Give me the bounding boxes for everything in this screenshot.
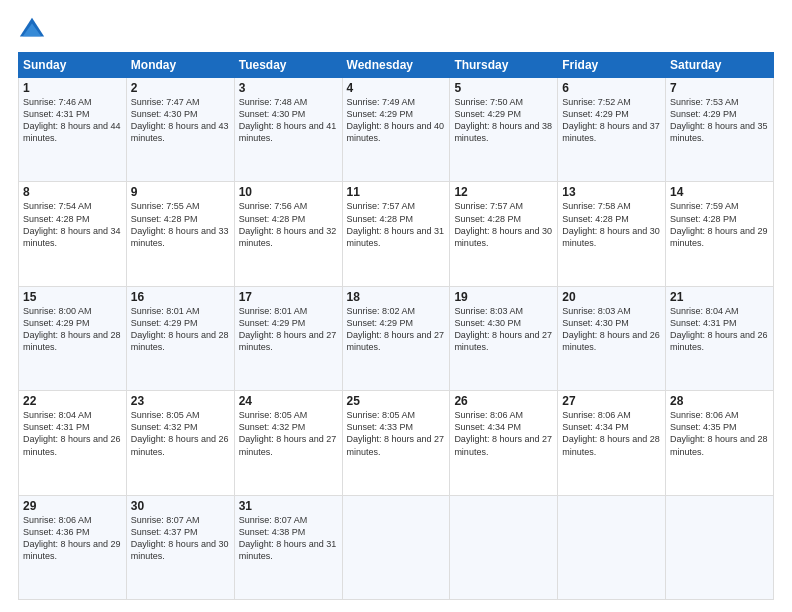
calendar-cell: 26Sunrise: 8:06 AMSunset: 4:34 PMDayligh… <box>450 391 558 495</box>
day-number: 2 <box>131 81 230 95</box>
day-info: Sunrise: 8:00 AMSunset: 4:29 PMDaylight:… <box>23 305 122 354</box>
day-number: 6 <box>562 81 661 95</box>
day-info: Sunrise: 8:03 AMSunset: 4:30 PMDaylight:… <box>454 305 553 354</box>
day-info: Sunrise: 7:48 AMSunset: 4:30 PMDaylight:… <box>239 96 338 145</box>
day-number: 27 <box>562 394 661 408</box>
calendar-cell: 19Sunrise: 8:03 AMSunset: 4:30 PMDayligh… <box>450 286 558 390</box>
calendar-cell: 9Sunrise: 7:55 AMSunset: 4:28 PMDaylight… <box>126 182 234 286</box>
day-info: Sunrise: 8:06 AMSunset: 4:36 PMDaylight:… <box>23 514 122 563</box>
day-number: 15 <box>23 290 122 304</box>
calendar-cell: 22Sunrise: 8:04 AMSunset: 4:31 PMDayligh… <box>19 391 127 495</box>
day-info: Sunrise: 7:55 AMSunset: 4:28 PMDaylight:… <box>131 200 230 249</box>
day-info: Sunrise: 8:05 AMSunset: 4:32 PMDaylight:… <box>239 409 338 458</box>
calendar-cell <box>450 495 558 599</box>
day-info: Sunrise: 7:50 AMSunset: 4:29 PMDaylight:… <box>454 96 553 145</box>
page: SundayMondayTuesdayWednesdayThursdayFrid… <box>0 0 792 612</box>
day-number: 3 <box>239 81 338 95</box>
day-info: Sunrise: 7:47 AMSunset: 4:30 PMDaylight:… <box>131 96 230 145</box>
day-number: 17 <box>239 290 338 304</box>
calendar-cell: 24Sunrise: 8:05 AMSunset: 4:32 PMDayligh… <box>234 391 342 495</box>
day-number: 21 <box>670 290 769 304</box>
day-info: Sunrise: 8:02 AMSunset: 4:29 PMDaylight:… <box>347 305 446 354</box>
calendar-cell: 12Sunrise: 7:57 AMSunset: 4:28 PMDayligh… <box>450 182 558 286</box>
day-info: Sunrise: 7:59 AMSunset: 4:28 PMDaylight:… <box>670 200 769 249</box>
calendar-cell: 3Sunrise: 7:48 AMSunset: 4:30 PMDaylight… <box>234 78 342 182</box>
logo <box>18 16 50 44</box>
day-info: Sunrise: 7:57 AMSunset: 4:28 PMDaylight:… <box>454 200 553 249</box>
day-number: 30 <box>131 499 230 513</box>
day-number: 28 <box>670 394 769 408</box>
day-number: 20 <box>562 290 661 304</box>
day-info: Sunrise: 8:07 AMSunset: 4:38 PMDaylight:… <box>239 514 338 563</box>
day-info: Sunrise: 8:07 AMSunset: 4:37 PMDaylight:… <box>131 514 230 563</box>
day-number: 31 <box>239 499 338 513</box>
calendar-cell: 8Sunrise: 7:54 AMSunset: 4:28 PMDaylight… <box>19 182 127 286</box>
calendar-cell: 18Sunrise: 8:02 AMSunset: 4:29 PMDayligh… <box>342 286 450 390</box>
day-info: Sunrise: 8:03 AMSunset: 4:30 PMDaylight:… <box>562 305 661 354</box>
col-header-sunday: Sunday <box>19 53 127 78</box>
col-header-friday: Friday <box>558 53 666 78</box>
day-info: Sunrise: 8:01 AMSunset: 4:29 PMDaylight:… <box>131 305 230 354</box>
day-number: 18 <box>347 290 446 304</box>
calendar-cell: 30Sunrise: 8:07 AMSunset: 4:37 PMDayligh… <box>126 495 234 599</box>
calendar-cell: 5Sunrise: 7:50 AMSunset: 4:29 PMDaylight… <box>450 78 558 182</box>
calendar-cell: 10Sunrise: 7:56 AMSunset: 4:28 PMDayligh… <box>234 182 342 286</box>
col-header-tuesday: Tuesday <box>234 53 342 78</box>
day-info: Sunrise: 8:04 AMSunset: 4:31 PMDaylight:… <box>670 305 769 354</box>
col-header-monday: Monday <box>126 53 234 78</box>
calendar-cell: 16Sunrise: 8:01 AMSunset: 4:29 PMDayligh… <box>126 286 234 390</box>
day-number: 29 <box>23 499 122 513</box>
calendar-table: SundayMondayTuesdayWednesdayThursdayFrid… <box>18 52 774 600</box>
day-number: 5 <box>454 81 553 95</box>
day-number: 7 <box>670 81 769 95</box>
day-info: Sunrise: 8:01 AMSunset: 4:29 PMDaylight:… <box>239 305 338 354</box>
calendar-cell: 4Sunrise: 7:49 AMSunset: 4:29 PMDaylight… <box>342 78 450 182</box>
day-info: Sunrise: 7:58 AMSunset: 4:28 PMDaylight:… <box>562 200 661 249</box>
day-number: 26 <box>454 394 553 408</box>
calendar-cell: 15Sunrise: 8:00 AMSunset: 4:29 PMDayligh… <box>19 286 127 390</box>
calendar-cell <box>342 495 450 599</box>
day-number: 4 <box>347 81 446 95</box>
calendar-cell: 11Sunrise: 7:57 AMSunset: 4:28 PMDayligh… <box>342 182 450 286</box>
day-number: 8 <box>23 185 122 199</box>
day-info: Sunrise: 8:05 AMSunset: 4:32 PMDaylight:… <box>131 409 230 458</box>
day-number: 14 <box>670 185 769 199</box>
col-header-thursday: Thursday <box>450 53 558 78</box>
day-info: Sunrise: 8:04 AMSunset: 4:31 PMDaylight:… <box>23 409 122 458</box>
calendar-cell: 31Sunrise: 8:07 AMSunset: 4:38 PMDayligh… <box>234 495 342 599</box>
calendar-cell: 29Sunrise: 8:06 AMSunset: 4:36 PMDayligh… <box>19 495 127 599</box>
day-info: Sunrise: 7:56 AMSunset: 4:28 PMDaylight:… <box>239 200 338 249</box>
calendar-cell: 7Sunrise: 7:53 AMSunset: 4:29 PMDaylight… <box>666 78 774 182</box>
day-number: 12 <box>454 185 553 199</box>
logo-icon <box>18 16 46 44</box>
calendar-cell: 14Sunrise: 7:59 AMSunset: 4:28 PMDayligh… <box>666 182 774 286</box>
day-number: 23 <box>131 394 230 408</box>
col-header-saturday: Saturday <box>666 53 774 78</box>
day-info: Sunrise: 7:57 AMSunset: 4:28 PMDaylight:… <box>347 200 446 249</box>
day-number: 11 <box>347 185 446 199</box>
calendar-row-4: 29Sunrise: 8:06 AMSunset: 4:36 PMDayligh… <box>19 495 774 599</box>
day-number: 24 <box>239 394 338 408</box>
day-number: 22 <box>23 394 122 408</box>
day-number: 9 <box>131 185 230 199</box>
day-number: 13 <box>562 185 661 199</box>
calendar-cell: 21Sunrise: 8:04 AMSunset: 4:31 PMDayligh… <box>666 286 774 390</box>
calendar-cell: 1Sunrise: 7:46 AMSunset: 4:31 PMDaylight… <box>19 78 127 182</box>
day-info: Sunrise: 8:06 AMSunset: 4:34 PMDaylight:… <box>562 409 661 458</box>
day-info: Sunrise: 7:52 AMSunset: 4:29 PMDaylight:… <box>562 96 661 145</box>
calendar-cell: 27Sunrise: 8:06 AMSunset: 4:34 PMDayligh… <box>558 391 666 495</box>
day-info: Sunrise: 7:53 AMSunset: 4:29 PMDaylight:… <box>670 96 769 145</box>
calendar-cell: 28Sunrise: 8:06 AMSunset: 4:35 PMDayligh… <box>666 391 774 495</box>
day-info: Sunrise: 8:05 AMSunset: 4:33 PMDaylight:… <box>347 409 446 458</box>
calendar-cell <box>558 495 666 599</box>
calendar-row-2: 15Sunrise: 8:00 AMSunset: 4:29 PMDayligh… <box>19 286 774 390</box>
calendar-cell: 13Sunrise: 7:58 AMSunset: 4:28 PMDayligh… <box>558 182 666 286</box>
calendar-cell: 17Sunrise: 8:01 AMSunset: 4:29 PMDayligh… <box>234 286 342 390</box>
day-number: 16 <box>131 290 230 304</box>
calendar-row-3: 22Sunrise: 8:04 AMSunset: 4:31 PMDayligh… <box>19 391 774 495</box>
calendar-cell: 6Sunrise: 7:52 AMSunset: 4:29 PMDaylight… <box>558 78 666 182</box>
day-number: 1 <box>23 81 122 95</box>
day-number: 10 <box>239 185 338 199</box>
calendar-row-0: 1Sunrise: 7:46 AMSunset: 4:31 PMDaylight… <box>19 78 774 182</box>
day-info: Sunrise: 8:06 AMSunset: 4:34 PMDaylight:… <box>454 409 553 458</box>
